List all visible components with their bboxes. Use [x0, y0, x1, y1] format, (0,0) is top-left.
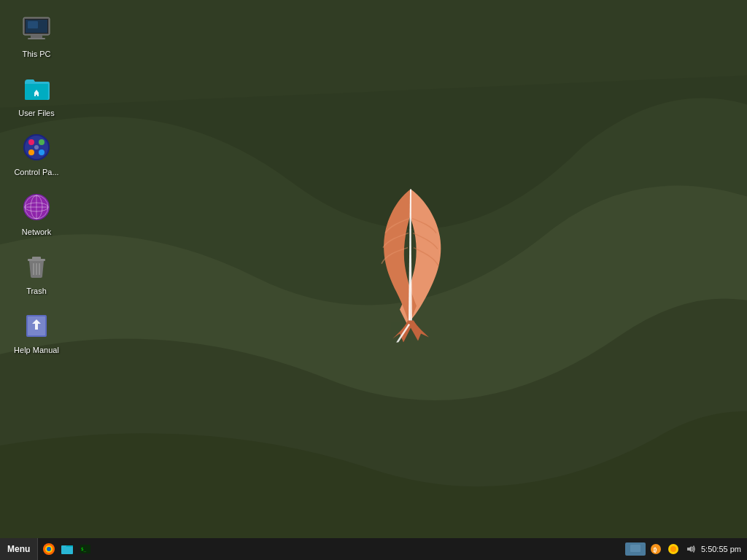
taskbar-menu-button[interactable]: Menu: [0, 538, 38, 560]
svg-text:$_: $_: [81, 546, 87, 552]
svg-point-12: [39, 149, 44, 155]
desktop-icon-this-pc[interactable]: This PC: [7, 7, 66, 63]
tray-coin-icon[interactable]: ₿: [649, 542, 663, 556]
svg-point-13: [34, 145, 39, 149]
svg-point-11: [28, 149, 34, 155]
taskbar-time: 5:50:55 pm: [701, 545, 741, 553]
taskbar-systray: ₿: [649, 542, 698, 556]
svg-rect-38: [630, 545, 640, 552]
desktop-icon-network[interactable]: Network: [7, 185, 66, 241]
taskbar-firefox-icon[interactable]: [41, 541, 57, 557]
feather-logo: [352, 182, 469, 346]
desktop-icon-control-panel[interactable]: Control Pa...: [7, 125, 66, 182]
desktop-icon-trash[interactable]: Trash: [7, 244, 66, 300]
help-manual-label: Help Manual: [14, 346, 59, 355]
taskbar-right: ₿ 5: [619, 538, 747, 560]
user-files-label: User Files: [18, 109, 55, 118]
desktop: This PC User Files: [0, 0, 747, 560]
svg-rect-3: [31, 35, 42, 38]
svg-rect-22: [32, 257, 41, 260]
control-panel-icon: [19, 130, 54, 165]
this-pc-icon: [19, 12, 54, 47]
taskbar: Menu: [0, 538, 747, 560]
screen-indicator[interactable]: [625, 542, 646, 556]
svg-point-32: [47, 547, 51, 551]
taskbar-filemanager-icon[interactable]: [59, 541, 75, 557]
network-label: Network: [22, 228, 51, 237]
tray-volume-icon[interactable]: [684, 542, 698, 556]
taskbar-apps: $_: [38, 541, 619, 557]
trash-label: Trash: [26, 287, 47, 296]
svg-rect-6: [28, 21, 38, 28]
network-icon: [19, 190, 54, 225]
help-manual-icon: [19, 308, 54, 343]
user-files-icon: [19, 71, 54, 106]
this-pc-label: This PC: [22, 50, 50, 59]
menu-label: Menu: [7, 544, 30, 554]
svg-point-42: [670, 546, 676, 552]
taskbar-terminal-icon[interactable]: $_: [77, 541, 93, 557]
svg-point-9: [28, 139, 34, 145]
desktop-icon-user-files[interactable]: User Files: [7, 66, 66, 122]
svg-point-10: [39, 139, 44, 145]
svg-rect-4: [28, 38, 45, 39]
trash-icon: [19, 249, 54, 284]
desktop-icons-container: This PC User Files: [7, 7, 66, 359]
control-panel-label: Control Pa...: [14, 168, 58, 177]
tray-network-icon[interactable]: [666, 542, 681, 556]
desktop-icon-help-manual[interactable]: Help Manual: [7, 303, 66, 359]
